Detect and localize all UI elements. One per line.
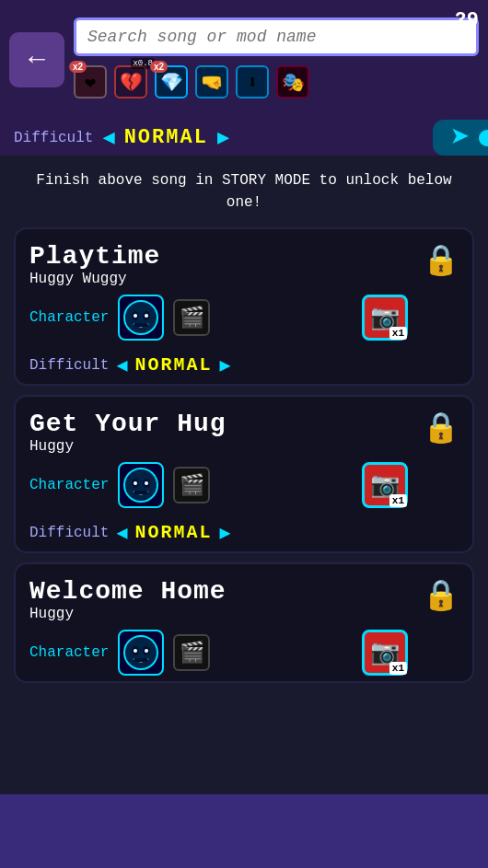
char-icon-welcomehome xyxy=(118,630,164,676)
back-arrow-icon: ← xyxy=(29,44,45,75)
lock-icon-getyourhug: 🔒 xyxy=(423,410,459,446)
song-subtitle-getyourhug: Huggy xyxy=(29,438,459,455)
camera-score-playtime: 📷 x1 xyxy=(362,295,408,341)
song-diff-row-getyourhug: Difficult ◀ NORMAL ▶ xyxy=(29,514,459,551)
song-char-row-playtime: Character 🎬 📷 x xyxy=(29,295,459,341)
lock-icon-playtime: 🔒 xyxy=(423,242,459,279)
cam-score-icon-getyourhug: 📷 x1 xyxy=(362,462,408,508)
broken-heart-modifier-icon[interactable]: 💔 x0.8 xyxy=(114,65,147,98)
back-button[interactable]: ← xyxy=(9,32,64,87)
song-list: 🔒 Playtime Huggy Wuggy Character 🎬 xyxy=(0,227,488,683)
song-diff-label-playtime: Difficult xyxy=(29,357,109,374)
song-title-playtime: Playtime xyxy=(29,242,459,271)
svg-point-10 xyxy=(145,481,148,485)
song-title-getyourhug: Get Your Hug xyxy=(29,410,459,438)
broken-heart-icon: 💔 xyxy=(120,71,143,94)
top-difficulty-row: Difficult ◀ NORMAL ▶ ➤ xyxy=(0,120,488,156)
search-input[interactable] xyxy=(74,17,479,56)
unlock-text: Finish above song in STORY MODE to unloc… xyxy=(0,156,488,227)
cam-x1-playtime: x1 xyxy=(389,327,407,340)
svg-rect-11 xyxy=(134,491,148,494)
svg-point-15 xyxy=(134,649,137,653)
svg-point-16 xyxy=(145,649,148,653)
song-char-row-getyourhug: Character 🎬 📷 x1 xyxy=(29,462,459,508)
cam-icon-welcomehome: 🎬 xyxy=(173,634,210,671)
camera-icon-2: 🎬 xyxy=(180,473,204,498)
song-diff-value-playtime: NORMAL xyxy=(134,354,212,376)
svg-point-9 xyxy=(134,481,137,485)
cam-score-icon-welcomehome: 📷 x1 xyxy=(362,630,408,676)
song-diff-right-playtime[interactable]: ▶ xyxy=(219,353,230,376)
svg-rect-5 xyxy=(134,323,148,327)
camera-score-getyourhug: 📷 x1 xyxy=(362,462,408,508)
char-label-welcomehome: Character xyxy=(29,644,109,661)
song-subtitle-playtime: Huggy Wuggy xyxy=(29,271,459,287)
song-card-welcomehome[interactable]: 🔒 Welcome Home Huggy Character 🎬 xyxy=(14,562,474,683)
stage-icon: 🎭 xyxy=(282,71,305,94)
camera-icon-3: 🎬 xyxy=(180,641,204,665)
svg-point-3 xyxy=(134,314,137,318)
svg-point-0 xyxy=(124,301,157,334)
song-char-row-welcomehome: Character 🎬 📷 x1 xyxy=(29,630,459,676)
cam-x1-getyourhug: x1 xyxy=(389,494,407,507)
modifier-icon-row: ❤️ x2 💔 x0.8 💎 x2 🤜 xyxy=(74,62,479,102)
song-diff-label-getyourhug: Difficult xyxy=(29,525,109,541)
bottom-bar xyxy=(0,794,488,868)
diamond-icon: 💎 xyxy=(160,71,183,94)
camera-icon: 🎬 xyxy=(180,306,204,330)
char-label-getyourhug: Character xyxy=(29,477,109,493)
cam-icon-getyourhug: 🎬 xyxy=(173,467,210,503)
svg-rect-17 xyxy=(134,658,148,662)
char-icon-getyourhug xyxy=(118,462,164,508)
cam-score-icon-playtime: 📷 x1 xyxy=(362,295,408,341)
heart-badge: x2 xyxy=(69,61,87,73)
svg-point-4 xyxy=(145,314,148,318)
diamond-badge: x2 xyxy=(150,61,168,73)
big-right-arrow-icon: ➤ xyxy=(450,118,471,158)
lock-icon-welcomehome: 🔒 xyxy=(423,577,459,614)
fist-modifier-icon[interactable]: 🤜 xyxy=(195,65,228,98)
song-diff-row-playtime: Difficult ◀ NORMAL ▶ xyxy=(29,346,459,384)
search-area: ❤️ x2 💔 x0.8 💎 x2 🤜 xyxy=(74,17,479,102)
cam-x1-welcomehome: x1 xyxy=(389,662,407,675)
top-diff-value: NORMAL xyxy=(124,126,208,149)
song-diff-left-getyourhug[interactable]: ◀ xyxy=(116,521,127,544)
song-count: 29 xyxy=(455,9,479,32)
stage-modifier-icon[interactable]: 🎭 xyxy=(276,65,309,98)
fist-icon: 🤜 xyxy=(201,71,224,94)
char-icon-playtime xyxy=(118,295,164,341)
top-diff-right-arrow[interactable]: ▶ xyxy=(217,125,229,150)
heart-icon: ❤️ xyxy=(85,71,96,94)
top-bar: ← ❤️ x2 💔 x0.8 💎 x xyxy=(0,0,488,120)
svg-point-6 xyxy=(124,469,157,502)
song-diff-right-getyourhug[interactable]: ▶ xyxy=(219,521,230,544)
song-title-welcomehome: Welcome Home xyxy=(29,577,459,606)
diamond-modifier-icon[interactable]: 💎 x2 xyxy=(155,65,188,98)
down-arrow-icon: ⬇️ xyxy=(247,71,258,94)
song-card-playtime[interactable]: 🔒 Playtime Huggy Wuggy Character 🎬 xyxy=(14,227,474,386)
down-modifier-icon[interactable]: ⬇️ xyxy=(236,65,269,98)
char-label-playtime: Character xyxy=(29,309,109,326)
song-diff-value-getyourhug: NORMAL xyxy=(134,522,212,543)
top-difficult-label: Difficult xyxy=(14,130,93,146)
cam-icon-playtime: 🎬 xyxy=(173,299,210,336)
heart-modifier-icon[interactable]: ❤️ x2 xyxy=(74,65,107,98)
song-subtitle-welcomehome: Huggy xyxy=(29,606,459,622)
song-card-getyourhug[interactable]: 🔒 Get Your Hug Huggy Character 🎬 xyxy=(14,395,474,553)
svg-point-12 xyxy=(124,636,157,669)
song-diff-left-playtime[interactable]: ◀ xyxy=(116,353,127,376)
top-diff-left-arrow[interactable]: ◀ xyxy=(102,125,114,150)
camera-score-welcomehome: 📷 x1 xyxy=(362,630,408,676)
